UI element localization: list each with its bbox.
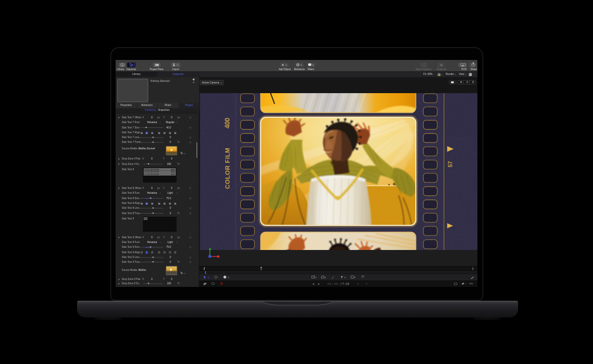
svg-text:COLOR FILM: COLOR FILM <box>224 147 231 189</box>
svg-text:57: 57 <box>447 161 453 168</box>
svg-text:400: 400 <box>224 118 231 128</box>
